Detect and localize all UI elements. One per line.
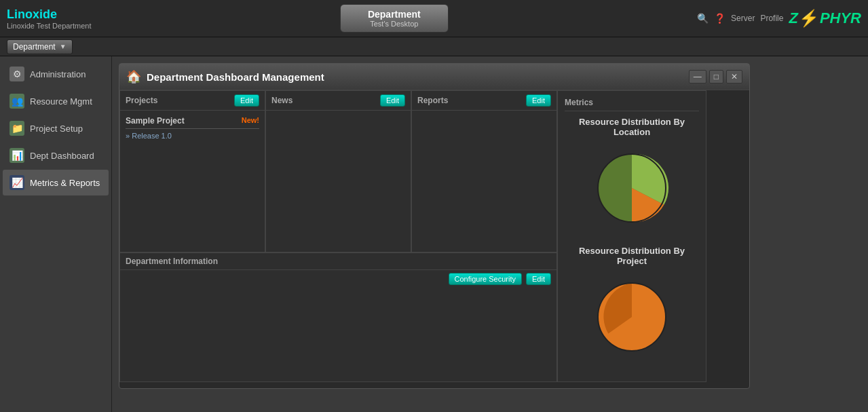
configure-security-btn[interactable]: Configure Security	[449, 273, 523, 285]
dashboard-panel: 🏠 Department Dashboard Management — □ ✕ …	[119, 63, 750, 389]
sidebar-label-project: Project Setup	[30, 124, 83, 134]
panel-grid: Projects Edit Sample Project New! Releas…	[119, 90, 749, 382]
resource-icon: 👥	[10, 94, 24, 109]
panel-header: 🏠 Department Dashboard Management — □ ✕	[119, 64, 749, 90]
chart2-title: Resource Distribution By Project	[565, 246, 699, 266]
panel-close-btn[interactable]: ✕	[726, 70, 742, 83]
chart1-container	[565, 144, 699, 232]
project-name: Sample Project	[126, 116, 185, 126]
reports-title: Reports	[417, 96, 448, 105]
main-content: 🏠 Department Dashboard Management — □ ✕ …	[112, 56, 868, 412]
dept-label: Department	[368, 9, 421, 20]
sidebar-item-project-setup[interactable]: 📁 Project Setup	[3, 115, 109, 141]
news-header: News Edit	[266, 91, 411, 111]
metrics-section: Metrics Resource Distribution By Locatio…	[557, 90, 706, 382]
main-layout: ⚙ Administration 👥 Resource Mgmt 📁 Proje…	[0, 56, 868, 412]
sidebar-label-resource: Resource Mgmt	[30, 96, 92, 107]
chart1-title: Resource Distribution By Location	[565, 117, 699, 137]
dept-info-title: Department Information	[126, 257, 218, 266]
project-item: Sample Project New!	[126, 116, 259, 126]
panel-maximize-btn[interactable]: □	[709, 70, 723, 83]
projects-section: Projects Edit Sample Project New! Releas…	[119, 90, 265, 252]
sidebar-item-resource-mgmt[interactable]: 👥 Resource Mgmt	[3, 88, 109, 114]
metrics-header-label: Metrics	[565, 98, 699, 111]
sidebar-item-administration[interactable]: ⚙ Administration	[3, 61, 109, 87]
sidebar-item-dept-dashboard[interactable]: 📊 Dept Dashboard	[3, 143, 109, 168]
release-link[interactable]: Release 1.0	[126, 132, 259, 140]
department-dropdown[interactable]: Department ▼	[7, 39, 73, 54]
chart2-pie	[588, 273, 676, 361]
topbar: Linoxide Linoxide Test Department Depart…	[0, 0, 868, 37]
reports-section: Reports Edit	[411, 90, 557, 252]
profile-link[interactable]: Profile	[760, 14, 783, 23]
logo-title: Linoxide	[7, 7, 57, 22]
sidebar-label-administration: Administration	[30, 69, 86, 79]
project-icon: 📁	[10, 121, 24, 136]
sidebar-label-metrics: Metrics & Reports	[30, 178, 100, 188]
subtopbar: Department ▼	[0, 37, 868, 56]
new-badge: New!	[242, 116, 259, 126]
chart1-pie	[588, 144, 676, 232]
logo-area: Linoxide Linoxide Test Department	[7, 7, 92, 30]
logo-subtitle: Linoxide Test Department	[7, 22, 92, 30]
projects-title: Projects	[126, 96, 157, 105]
administration-icon: ⚙	[10, 67, 24, 81]
panel-title: 🏠 Department Dashboard Management	[126, 69, 324, 84]
server-link[interactable]: Server	[731, 14, 755, 23]
news-section: News Edit	[265, 90, 411, 252]
panel-title-text: Department Dashboard Management	[147, 71, 324, 83]
dept-sub: Test's Desktop	[368, 20, 421, 28]
dept-icon: 📊	[10, 148, 24, 163]
panel-controls: — □ ✕	[689, 70, 742, 83]
top-right-area: 🔍 ❓ Server Profile Z ⚡ PHYR	[697, 9, 861, 28]
reports-edit-btn[interactable]: Edit	[526, 94, 551, 107]
panel-title-icon: 🏠	[126, 69, 141, 84]
reports-header: Reports Edit	[412, 91, 556, 111]
dept-info-content	[120, 288, 556, 376]
news-edit-btn[interactable]: Edit	[380, 94, 405, 107]
sidebar-item-metrics-reports[interactable]: 📈 Metrics & Reports	[3, 170, 109, 195]
chart2-container	[565, 273, 699, 361]
chevron-down-icon: ▼	[60, 43, 67, 50]
news-title: News	[271, 96, 293, 105]
dept-info-section: Department Information Configure Securit…	[119, 252, 557, 382]
projects-header: Projects Edit	[120, 91, 265, 111]
sidebar: ⚙ Administration 👥 Resource Mgmt 📁 Proje…	[0, 56, 112, 412]
sidebar-label-dept: Dept Dashboard	[30, 151, 94, 161]
dept-info-edit-btn[interactable]: Edit	[526, 273, 551, 285]
projects-edit-btn[interactable]: Edit	[234, 94, 259, 107]
projects-content: Sample Project New! Release 1.0	[120, 111, 265, 246]
dept-info-header: Department Information	[120, 253, 556, 270]
search-icon-btn[interactable]: 🔍	[697, 13, 709, 24]
reports-content	[412, 111, 556, 246]
dept-info-buttons: Configure Security Edit	[120, 270, 556, 288]
news-content	[266, 111, 411, 246]
panel-minimize-btn[interactable]: —	[689, 70, 706, 83]
help-icon-btn[interactable]: ❓	[714, 13, 725, 24]
dropdown-label: Department	[13, 42, 56, 52]
metrics-icon: 📈	[10, 175, 24, 190]
department-button[interactable]: Department Test's Desktop	[340, 4, 449, 33]
zephyr-logo: Z ⚡ PHYR	[789, 9, 861, 28]
